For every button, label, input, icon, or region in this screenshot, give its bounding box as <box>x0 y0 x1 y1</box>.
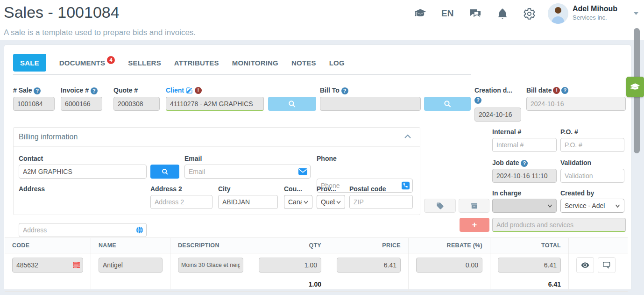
chevron-down-icon <box>336 201 341 204</box>
add-products-input[interactable] <box>492 218 626 232</box>
help-icon[interactable]: ? <box>34 87 41 94</box>
tab-documents[interactable]: DOCUMENTS 4 <box>59 54 115 72</box>
search-icon <box>444 100 452 108</box>
comment-icon <box>603 261 611 269</box>
country-select[interactable]: Canada <box>284 195 312 209</box>
archive-button[interactable] <box>459 199 489 213</box>
row-total-input[interactable] <box>498 258 561 273</box>
language-selector[interactable]: EN <box>441 7 453 20</box>
warning-icon: ! <box>553 87 560 94</box>
row-name-input[interactable] <box>99 258 163 273</box>
creation-date-help[interactable]: ? <box>474 95 481 104</box>
tab-sellers[interactable]: SELLERS <box>128 54 161 72</box>
client-search-button[interactable] <box>268 97 316 111</box>
tab-label: DOCUMENTS <box>59 59 105 67</box>
email-input[interactable] <box>184 165 311 179</box>
eye-icon <box>581 262 589 268</box>
bill-to-label: Bill To ? <box>320 86 348 94</box>
tab-notes[interactable]: NOTES <box>291 54 316 72</box>
row-price-input[interactable] <box>337 258 401 273</box>
tab-divider <box>13 74 471 75</box>
row-rebate-input[interactable] <box>416 258 482 273</box>
col-price: PRICE <box>329 238 409 253</box>
invoice-number-input[interactable] <box>61 97 102 111</box>
graduation-cap-icon <box>630 83 640 92</box>
contact-search-button[interactable] <box>150 165 179 179</box>
client-input[interactable] <box>166 97 264 111</box>
archive-icon <box>470 202 478 210</box>
postal-code-input[interactable] <box>349 195 413 209</box>
notifications-icon[interactable] <box>496 7 509 20</box>
row-view-button[interactable] <box>576 257 594 273</box>
avatar[interactable] <box>548 3 568 24</box>
validation-input[interactable] <box>560 169 624 183</box>
col-actions <box>569 238 628 253</box>
help-icon[interactable]: ? <box>341 87 348 94</box>
red-list-icon[interactable] <box>73 262 80 268</box>
row-description-input[interactable] <box>178 258 243 273</box>
tab-label: SELLERS <box>128 59 161 67</box>
messages-icon[interactable] <box>468 7 482 20</box>
user-caret-icon[interactable] <box>634 12 638 15</box>
plus-icon: + <box>472 220 477 230</box>
col-qty: QTY <box>251 238 329 253</box>
po-number-label: P.O. # <box>560 128 578 136</box>
province-select[interactable]: Quebec <box>317 195 345 209</box>
created-by-select[interactable]: Service - Adel <box>560 199 624 213</box>
help-icon[interactable]: ? <box>91 87 98 94</box>
footer-grand-total: 6.41 <box>490 277 569 291</box>
quote-number-input[interactable] <box>113 97 160 111</box>
created-by-label: Created by <box>560 189 594 197</box>
products-table: CODE NAME DESCRIPTION QTY PRICE REBATE (… <box>5 237 628 290</box>
warning-icon: ! <box>195 87 202 94</box>
bill-date-input[interactable] <box>526 97 626 111</box>
bill-date-label: Bill date ! ? <box>526 86 568 94</box>
row-qty-input[interactable] <box>259 258 321 273</box>
in-charge-select[interactable] <box>492 199 557 213</box>
billing-panel-title: Billing information <box>19 133 78 141</box>
chevron-down-icon <box>304 201 308 204</box>
help-academy-button[interactable] <box>626 77 644 97</box>
tab-monitoring[interactable]: MONITORING <box>232 54 278 72</box>
po-number-input[interactable] <box>560 138 624 152</box>
table-row <box>5 253 628 277</box>
settings-icon[interactable] <box>522 7 536 20</box>
send-email-icon[interactable] <box>298 168 307 175</box>
quote-number-label: Quote # <box>113 86 138 94</box>
address2-input[interactable] <box>150 195 212 209</box>
tab-attributes[interactable]: ATTRIBUTES <box>174 54 219 72</box>
internal-number-input[interactable] <box>492 138 557 152</box>
academy-icon[interactable] <box>413 7 427 20</box>
row-comment-button[interactable] <box>598 257 616 273</box>
add-product-button[interactable]: + <box>460 218 489 232</box>
user-menu[interactable]: Adel Mihoub Services inc. <box>573 5 633 21</box>
creation-date-input[interactable] <box>474 108 521 122</box>
col-total: TOTAL <box>490 238 569 253</box>
edit-client-icon[interactable] <box>186 87 193 94</box>
user-name: Adel Mihoub <box>573 5 633 13</box>
tab-label: NOTES <box>291 59 316 67</box>
collapse-panel-icon[interactable] <box>404 134 411 138</box>
call-phone-icon[interactable] <box>402 182 410 190</box>
tab-sale[interactable]: SALE <box>13 54 46 72</box>
col-name: NAME <box>91 238 170 253</box>
tab-log[interactable]: LOG <box>329 54 345 72</box>
validation-label: Validation <box>560 159 591 166</box>
labels-button[interactable] <box>424 199 456 213</box>
address-label: Address <box>19 185 45 193</box>
country-label: Cou... <box>284 185 302 193</box>
sale-number-input[interactable] <box>13 97 55 111</box>
city-input[interactable] <box>218 195 278 209</box>
job-date-input[interactable] <box>492 169 557 183</box>
contact-input[interactable] <box>19 165 147 179</box>
help-icon[interactable]: ? <box>521 160 528 167</box>
address-input[interactable] <box>19 223 147 237</box>
map-globe-icon[interactable] <box>136 226 143 234</box>
phone-label: Phone <box>317 155 337 162</box>
col-description: DESCRIPTION <box>170 238 251 253</box>
help-icon[interactable]: ? <box>561 87 568 94</box>
table-footer-row: 1.00 6.41 <box>5 277 628 292</box>
col-code: CODE <box>5 238 91 253</box>
bill-to-search-button[interactable] <box>424 97 471 111</box>
bill-to-input[interactable] <box>320 97 421 111</box>
